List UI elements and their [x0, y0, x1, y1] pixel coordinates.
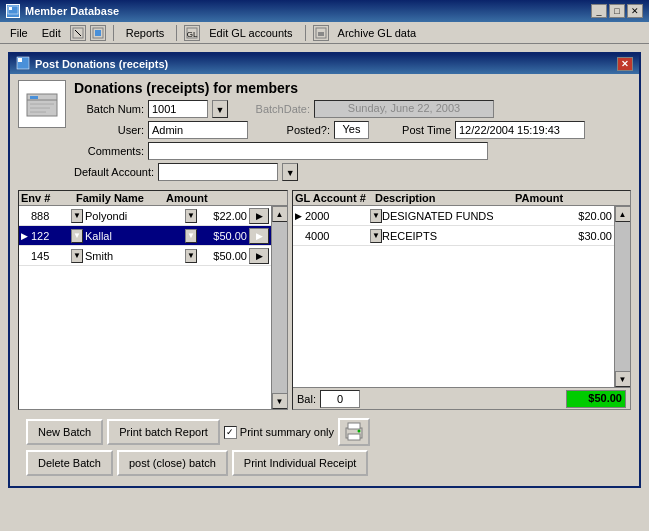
svg-rect-14	[30, 96, 38, 99]
menu-file[interactable]: File	[4, 25, 34, 41]
col-amount-header: Amount	[166, 192, 231, 204]
menu-reports[interactable]: Reports	[120, 25, 171, 41]
table-row[interactable]: 888 ▼ Polyondi ▼ $22.00 ▶	[19, 206, 271, 226]
scroll-down-btn[interactable]: ▼	[272, 393, 288, 409]
dialog-icon	[16, 56, 30, 72]
print-summary-checkbox[interactable]: ✓	[224, 426, 237, 439]
right-scroll-down-btn[interactable]: ▼	[615, 371, 631, 387]
toolbar-icon-4[interactable]	[313, 25, 329, 41]
default-account-dropdown[interactable]: ▼	[282, 163, 298, 181]
right-table-inner: ▶ 2000 ▼ DESIGNATED FUNDS $20.00 4000 ▼	[293, 206, 630, 387]
delete-batch-button[interactable]: Delete Batch	[26, 450, 113, 476]
menu-separator-1	[113, 25, 114, 41]
title-bar: Member Database _ □ ✕	[0, 0, 649, 22]
cell-env-3: 145	[31, 250, 71, 262]
post-close-batch-button[interactable]: post (close) batch	[117, 450, 228, 476]
gl-desc-1: DESIGNATED FUNDS	[382, 210, 562, 222]
balance-row: Bal: $50.00	[293, 387, 630, 409]
gl-dropdown-1[interactable]: ▼	[370, 209, 382, 223]
batch-num-dropdown[interactable]: ▼	[212, 100, 228, 118]
right-table-body: ▶ 2000 ▼ DESIGNATED FUNDS $20.00 4000 ▼	[293, 206, 614, 387]
env-dropdown-3[interactable]: ▼	[71, 249, 83, 263]
svg-rect-1	[9, 7, 12, 10]
scroll-track[interactable]	[272, 222, 288, 393]
scroll-up-btn[interactable]: ▲	[272, 206, 288, 222]
svg-rect-11	[18, 58, 22, 62]
left-table-body: 888 ▼ Polyondi ▼ $22.00 ▶ ▶ 122	[19, 206, 271, 409]
cell-family-1: Polyondi	[83, 210, 185, 222]
left-table-scrollbar[interactable]: ▲ ▼	[271, 206, 287, 409]
left-table-inner: 888 ▼ Polyondi ▼ $22.00 ▶ ▶ 122	[19, 206, 287, 409]
table-row[interactable]: 145 ▼ Smith ▼ $50.00 ▶	[19, 246, 271, 266]
svg-rect-5	[95, 30, 101, 36]
right-row-arrow-1: ▶	[295, 211, 305, 221]
header-section: Donations (receipts) for members Batch N…	[18, 80, 631, 184]
default-account-label: Default Account:	[74, 166, 154, 178]
close-button[interactable]: ✕	[627, 4, 643, 18]
balance-value-input[interactable]	[320, 390, 360, 408]
cell-amount-2: $50.00	[197, 230, 247, 242]
table-row[interactable]: ▶ 122 ▼ Kallal ▼ $50.00 ▶	[19, 226, 271, 246]
gl-dropdown-2[interactable]: ▼	[370, 229, 382, 243]
right-scroll-track[interactable]	[615, 222, 631, 371]
gl-account-1: 2000	[305, 210, 370, 222]
print-summary-label: Print summary only	[240, 426, 334, 438]
post-time-input[interactable]	[455, 121, 585, 139]
env-dropdown-1[interactable]: ▼	[71, 209, 83, 223]
dialog-body: Donations (receipts) for members Batch N…	[10, 74, 639, 486]
tables-area: Env # Family Name Amount 888 ▼ Polyondi	[18, 190, 631, 410]
print-icon-button[interactable]	[338, 418, 370, 446]
print-individual-receipt-button[interactable]: Print Individual Receipt	[232, 450, 369, 476]
post-time-label: Post Time	[381, 124, 451, 136]
gl-pamount-1: $20.00	[562, 210, 612, 222]
right-scroll-up-btn[interactable]: ▲	[615, 206, 631, 222]
cell-amount-3: $50.00	[197, 250, 247, 262]
toolbar-icon-1[interactable]	[70, 25, 86, 41]
dialog-title-text: Post Donations (receipts)	[35, 58, 168, 70]
menu-archive-gl[interactable]: Archive GL data	[332, 25, 422, 41]
gl-desc-2: RECEIPTS	[382, 230, 562, 242]
right-table-header: GL Account # Description PAmount	[293, 191, 630, 206]
family-dropdown-2[interactable]: ▼	[185, 229, 197, 243]
gl-pamount-2: $30.00	[562, 230, 612, 242]
default-account-input[interactable]	[158, 163, 278, 181]
table-row[interactable]: ▶ 2000 ▼ DESIGNATED FUNDS $20.00	[293, 206, 614, 226]
batch-num-input[interactable]	[148, 100, 208, 118]
right-table-scrollbar[interactable]: ▲ ▼	[614, 206, 630, 387]
app-icon	[6, 4, 20, 18]
comments-row: Comments:	[74, 142, 631, 160]
svg-rect-9	[318, 32, 324, 36]
menu-bar: File Edit Reports GL Edit GL accounts Ar…	[0, 22, 649, 44]
nav-btn-1[interactable]: ▶	[249, 208, 269, 224]
menu-edit[interactable]: Edit	[36, 25, 67, 41]
nav-btn-3[interactable]: ▶	[249, 248, 269, 264]
table-row[interactable]: 4000 ▼ RECEIPTS $30.00	[293, 226, 614, 246]
balance-total: $50.00	[566, 390, 626, 408]
maximize-button[interactable]: □	[609, 4, 625, 18]
user-input[interactable]	[148, 121, 248, 139]
new-batch-button[interactable]: New Batch	[26, 419, 103, 445]
default-account-row: Default Account: ▼	[74, 163, 631, 181]
posted-value: Yes	[334, 121, 369, 139]
family-dropdown-1[interactable]: ▼	[185, 209, 197, 223]
nav-btn-2[interactable]: ▶	[249, 228, 269, 244]
family-dropdown-3[interactable]: ▼	[185, 249, 197, 263]
dialog-main-title: Donations (receipts) for members	[74, 80, 631, 96]
left-table-header: Env # Family Name Amount	[19, 191, 287, 206]
left-table-empty	[19, 266, 271, 366]
minimize-button[interactable]: _	[591, 4, 607, 18]
env-dropdown-2[interactable]: ▼	[71, 229, 83, 243]
user-label: User:	[74, 124, 144, 136]
batch-date-value: Sunday, June 22, 2003	[314, 100, 494, 118]
col-desc-header: Description	[375, 192, 515, 204]
main-content: Post Donations (receipts) ✕	[0, 44, 649, 496]
left-table: Env # Family Name Amount 888 ▼ Polyondi	[18, 190, 288, 410]
comments-input[interactable]	[148, 142, 488, 160]
dialog-close-button[interactable]: ✕	[617, 57, 633, 71]
toolbar-icon-2[interactable]	[90, 25, 106, 41]
print-batch-report-button[interactable]: Print batch Report	[107, 419, 220, 445]
toolbar-icon-3[interactable]: GL	[184, 25, 200, 41]
user-row: User: Posted?: Yes Post Time	[74, 121, 631, 139]
menu-edit-gl[interactable]: Edit GL accounts	[203, 25, 298, 41]
window-controls[interactable]: _ □ ✕	[591, 4, 643, 18]
